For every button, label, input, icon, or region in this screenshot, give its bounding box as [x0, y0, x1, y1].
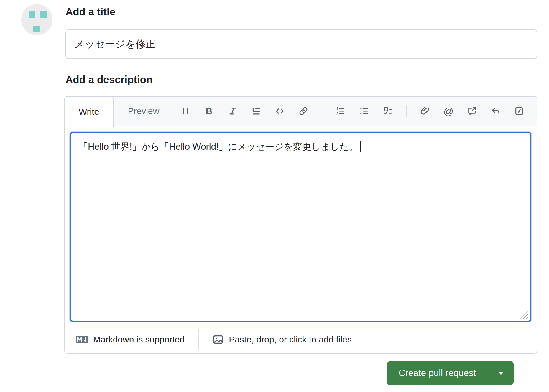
code-icon[interactable] [274, 106, 285, 116]
task-list-icon[interactable] [382, 106, 393, 116]
attach-files-button[interactable]: Paste, drop, or click to add files [212, 334, 352, 345]
new-pull-request-form: Add a title Add a description Write Prev… [0, 0, 549, 392]
add-title-label: Add a title [65, 6, 115, 18]
reply-icon[interactable] [490, 106, 501, 116]
mention-icon[interactable]: @ [443, 106, 454, 116]
editor-tab-strip: Write Preview H B [65, 97, 537, 126]
user-avatar [21, 4, 52, 35]
image-icon [212, 334, 224, 345]
footer-separator [198, 329, 199, 350]
toolbar-separator [322, 105, 322, 117]
title-input[interactable] [65, 29, 537, 59]
description-editor-box: Write Preview H B [64, 96, 537, 354]
tab-preview[interactable]: Preview [114, 96, 173, 126]
toolbar-separator [406, 105, 407, 117]
create-pull-request-label: Create pull request [399, 368, 476, 378]
description-text: 「Hello 世界!」から「Hello World!」にメッセージを変更しました… [79, 141, 358, 152]
editor-footer: Markdown is supported Paste, drop, or cl… [65, 325, 537, 354]
identicon-square [40, 11, 47, 18]
pull-request-options-dropdown[interactable] [488, 361, 514, 385]
unordered-list-icon[interactable] [359, 106, 369, 116]
link-icon[interactable] [298, 106, 309, 116]
attach-file-icon[interactable] [420, 106, 430, 116]
tab-write[interactable]: Write [64, 96, 114, 127]
identicon-square [33, 26, 40, 32]
text-cursor [360, 141, 361, 152]
tab-write-label: Write [79, 107, 99, 117]
markdown-toolbar: H B [180, 105, 537, 117]
markdown-supported-link[interactable]: Markdown is supported [75, 335, 185, 345]
cross-reference-icon[interactable] [467, 106, 477, 116]
heading-icon[interactable]: H [180, 106, 191, 116]
slash-commands-icon[interactable] [514, 106, 525, 116]
markdown-icon [75, 335, 88, 344]
ordered-list-icon[interactable]: 1 2 [335, 106, 346, 116]
create-pull-request-button[interactable]: Create pull request [387, 361, 488, 385]
attach-files-label: Paste, drop, or click to add files [229, 335, 352, 345]
description-textarea[interactable]: 「Hello 世界!」から「Hello World!」にメッセージを変更しました… [70, 132, 531, 322]
create-pull-request-split-button: Create pull request [387, 361, 514, 385]
svg-text:2: 2 [336, 111, 338, 116]
svg-text:1: 1 [336, 106, 338, 111]
quote-icon[interactable] [251, 106, 262, 116]
markdown-supported-label: Markdown is supported [93, 335, 185, 345]
add-description-label: Add a description [65, 74, 153, 85]
chevron-down-icon [498, 372, 504, 375]
tab-preview-label: Preview [128, 106, 160, 116]
resize-handle[interactable] [520, 311, 528, 319]
bold-icon[interactable]: B [204, 106, 214, 116]
identicon-square [29, 11, 35, 18]
italic-icon[interactable] [227, 106, 238, 116]
